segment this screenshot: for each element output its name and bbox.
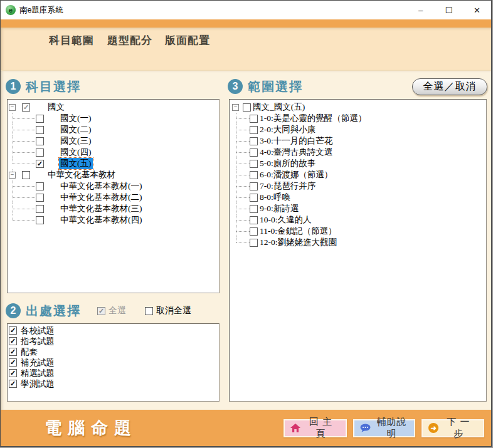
tree-expander-icon[interactable] bbox=[9, 172, 16, 179]
tree-checkbox[interactable] bbox=[36, 205, 44, 213]
tree-checkbox[interactable] bbox=[36, 160, 44, 168]
select-all-toggle-button[interactable]: 全選／取消 bbox=[412, 78, 487, 95]
tree-checkbox[interactable] bbox=[36, 194, 44, 202]
tree-row[interactable]: 9-0:新詩選 bbox=[230, 203, 486, 214]
tree-row[interactable]: 7-0:琵琶行并序 bbox=[230, 180, 486, 192]
tree-row[interactable]: 6-0:潘渡娜（節選） bbox=[230, 169, 486, 180]
tree-item-label: 國文(一) bbox=[59, 113, 93, 124]
tree-row[interactable]: 1-0:美是心靈的覺醒（節選） bbox=[230, 113, 486, 124]
tree-checkbox[interactable] bbox=[36, 137, 44, 145]
next-arrow-icon: ➜ bbox=[428, 423, 438, 433]
list-checkbox[interactable] bbox=[9, 326, 17, 335]
list-checkbox[interactable] bbox=[9, 337, 17, 345]
tree-row[interactable]: 中華文化基本教材 bbox=[8, 169, 219, 180]
app-icon: e bbox=[6, 5, 16, 15]
tree-row[interactable]: 2-0:大同與小康 bbox=[230, 124, 486, 135]
tree-item-label: 10-0:久違的人 bbox=[258, 214, 313, 226]
tree-row[interactable]: 8-0:呼喚 bbox=[230, 192, 486, 203]
tree-checkbox[interactable] bbox=[243, 103, 251, 112]
source-list-item[interactable]: 配套 bbox=[9, 346, 219, 357]
tree-checkbox[interactable] bbox=[250, 171, 258, 179]
deselect-all-checkbox[interactable]: 取消全選 bbox=[145, 305, 191, 316]
wizard-stepper: 科目範圍 題型配分 版面配置 bbox=[1, 28, 491, 71]
subject-tree: 國文 國文(一) 國文(二) bbox=[8, 100, 219, 226]
tree-row[interactable]: 中華文化基本教材(三) bbox=[8, 203, 219, 214]
tree-row[interactable]: 10-0:久違的人 bbox=[230, 214, 486, 226]
tree-row[interactable]: 5-0:廁所的故事 bbox=[230, 158, 486, 169]
subject-section-header: 1 科目選擇 bbox=[6, 77, 221, 96]
tree-checkbox[interactable] bbox=[250, 194, 258, 202]
tree-checkbox[interactable] bbox=[250, 216, 258, 224]
tree-row[interactable]: 中華文化基本教材(四) bbox=[8, 214, 219, 226]
tree-row[interactable]: 中華文化基本教材(二) bbox=[8, 192, 219, 203]
tree-checkbox[interactable] bbox=[36, 115, 44, 123]
footer-buttons: 回主頁 輔助說明 ➜ 下一步 bbox=[284, 419, 484, 437]
tree-row[interactable]: 國文 bbox=[8, 102, 219, 113]
tree-row[interactable]: 11-0:金鎖記（節選） bbox=[230, 226, 486, 237]
source-list-item[interactable]: 各校試題 bbox=[9, 325, 219, 336]
minimize-icon[interactable]: – bbox=[406, 1, 435, 19]
tree-row[interactable]: 國文(四) bbox=[8, 147, 219, 158]
tree-row[interactable]: 國文(一) bbox=[8, 113, 219, 124]
tree-checkbox[interactable] bbox=[36, 216, 44, 224]
tree-checkbox[interactable] bbox=[36, 148, 44, 157]
tree-row[interactable]: 國文_國文(五) bbox=[230, 102, 486, 113]
list-item-label: 精選試題 bbox=[19, 368, 56, 379]
tree-expander-icon[interactable] bbox=[9, 104, 16, 111]
tree-item-label: 5-0:廁所的故事 bbox=[258, 158, 317, 169]
source-list-item[interactable]: 精選試題 bbox=[9, 368, 219, 378]
close-icon[interactable]: ✕ bbox=[463, 1, 491, 19]
tree-row[interactable]: 中華文化基本教材(一) bbox=[8, 180, 219, 192]
tree-checkbox[interactable] bbox=[250, 148, 258, 157]
list-checkbox[interactable] bbox=[9, 380, 17, 388]
maximize-icon[interactable]: ☐ bbox=[435, 1, 463, 19]
list-checkbox[interactable] bbox=[9, 358, 17, 367]
list-checkbox[interactable] bbox=[9, 348, 17, 356]
subject-section-title: 科目選擇 bbox=[26, 78, 81, 95]
tree-item-label: 中華文化基本教材 bbox=[46, 169, 117, 180]
tree-checkbox[interactable] bbox=[250, 126, 258, 134]
left-column: 1 科目選擇 國文 國文(一) bbox=[6, 71, 221, 411]
subject-tree-box: 國文 國文(一) 國文(二) bbox=[7, 99, 220, 293]
tree-checkbox[interactable] bbox=[250, 227, 258, 236]
tree-row[interactable]: 國文(五) bbox=[8, 158, 219, 169]
tree-expander-icon[interactable] bbox=[232, 104, 239, 111]
tree-row[interactable]: 國文(二) bbox=[8, 124, 219, 135]
tree-checkbox[interactable] bbox=[250, 182, 258, 190]
tree-checkbox[interactable] bbox=[250, 205, 258, 213]
select-all-checkbox[interactable]: 全選 bbox=[97, 305, 126, 316]
scope-tree-box: 國文_國文(五) 1-0:美是心靈的覺醒（節選） 2-0:大同與小康 bbox=[229, 99, 487, 402]
speech-bubble-icon bbox=[360, 424, 371, 432]
tree-item-label: 6-0:潘渡娜（節選） bbox=[258, 169, 334, 180]
tree-checkbox[interactable] bbox=[250, 137, 258, 145]
tree-item-label: 8-0:呼喚 bbox=[258, 192, 292, 203]
tree-row[interactable]: 12-0:劉姥姥進大觀園 bbox=[230, 237, 486, 248]
list-item-label: 指考試題 bbox=[19, 336, 56, 347]
footer-bar: 電腦命題 回主頁 輔助說明 ➜ bbox=[1, 410, 491, 446]
tree-checkbox[interactable] bbox=[36, 126, 44, 134]
header-accent-strip bbox=[1, 19, 491, 28]
tree-item-label: 國文(三) bbox=[59, 135, 93, 147]
next-button[interactable]: ➜ 下一步 bbox=[421, 419, 484, 437]
tree-checkbox[interactable] bbox=[22, 103, 30, 112]
help-button[interactable]: 輔助說明 bbox=[353, 419, 415, 437]
tree-row[interactable]: 3-0:十一月的白芒花 bbox=[230, 135, 486, 147]
scope-section-header: 3 範圍選擇 全選／取消 bbox=[228, 77, 489, 96]
right-column: 3 範圍選擇 全選／取消 國文_國文(五) bbox=[228, 71, 489, 411]
source-list-item[interactable]: 指考試題 bbox=[9, 336, 219, 346]
tree-checkbox[interactable] bbox=[36, 182, 44, 190]
source-list-item[interactable]: 學測試題 bbox=[9, 378, 219, 389]
tree-row[interactable]: 國文(三) bbox=[8, 135, 219, 147]
home-button[interactable]: 回主頁 bbox=[284, 419, 347, 437]
source-list-item[interactable]: 補充試題 bbox=[9, 357, 219, 368]
checkbox-icon[interactable] bbox=[97, 307, 105, 315]
tree-checkbox[interactable] bbox=[250, 160, 258, 168]
tree-row[interactable]: 4-0:臺灣古典詩文選 bbox=[230, 147, 486, 158]
source-list: 各校試題 指考試題 配套 bbox=[8, 324, 219, 389]
list-checkbox[interactable] bbox=[9, 369, 17, 377]
title-bar: e 南e題庫系統 – ☐ ✕ bbox=[1, 1, 491, 19]
checkbox-icon[interactable] bbox=[145, 307, 153, 315]
tree-checkbox[interactable] bbox=[250, 115, 258, 123]
tree-checkbox[interactable] bbox=[250, 239, 258, 247]
tree-checkbox[interactable] bbox=[22, 171, 30, 179]
